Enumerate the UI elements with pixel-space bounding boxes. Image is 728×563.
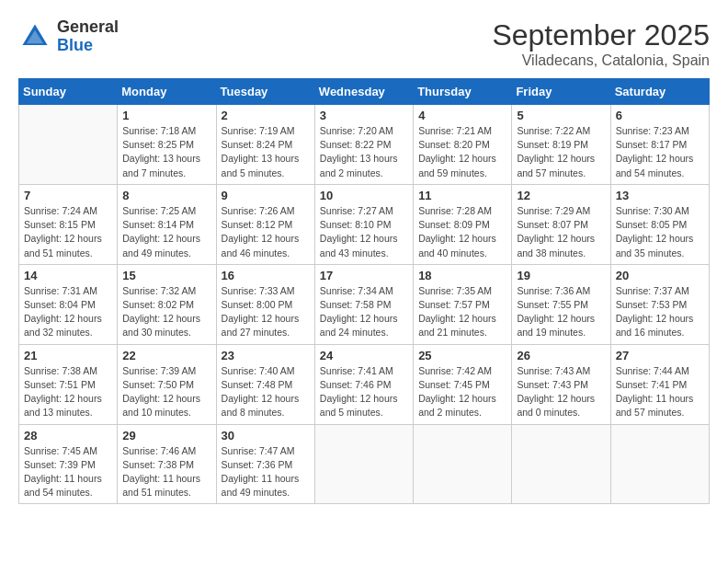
logo-blue: Blue bbox=[57, 37, 119, 55]
day-info: Sunrise: 7:36 AMSunset: 7:55 PMDaylight:… bbox=[517, 284, 605, 340]
day-number: 21 bbox=[24, 349, 112, 362]
calendar-cell bbox=[314, 424, 413, 504]
calendar-week-row: 28Sunrise: 7:45 AMSunset: 7:39 PMDayligh… bbox=[19, 424, 710, 504]
calendar-week-row: 7Sunrise: 7:24 AMSunset: 8:15 PMDaylight… bbox=[19, 184, 710, 264]
calendar-cell: 16Sunrise: 7:33 AMSunset: 8:00 PMDayligh… bbox=[216, 264, 314, 344]
day-info: Sunrise: 7:45 AMSunset: 7:39 PMDaylight:… bbox=[24, 444, 112, 500]
calendar-cell: 18Sunrise: 7:35 AMSunset: 7:57 PMDayligh… bbox=[414, 264, 512, 344]
calendar-cell: 14Sunrise: 7:31 AMSunset: 8:04 PMDayligh… bbox=[19, 264, 118, 344]
day-info: Sunrise: 7:42 AMSunset: 7:45 PMDaylight:… bbox=[418, 364, 506, 420]
day-info: Sunrise: 7:28 AMSunset: 8:09 PMDaylight:… bbox=[418, 204, 506, 260]
calendar-week-row: 21Sunrise: 7:38 AMSunset: 7:51 PMDayligh… bbox=[19, 344, 710, 424]
day-number: 17 bbox=[320, 269, 408, 282]
day-info: Sunrise: 7:25 AMSunset: 8:14 PMDaylight:… bbox=[122, 204, 210, 260]
calendar-cell: 13Sunrise: 7:30 AMSunset: 8:05 PMDayligh… bbox=[610, 184, 709, 264]
day-number: 30 bbox=[222, 429, 310, 442]
day-number: 15 bbox=[122, 269, 210, 282]
day-info: Sunrise: 7:32 AMSunset: 8:02 PMDaylight:… bbox=[122, 284, 210, 340]
day-info: Sunrise: 7:43 AMSunset: 7:43 PMDaylight:… bbox=[517, 364, 605, 420]
day-number: 23 bbox=[222, 349, 310, 362]
calendar-cell: 8Sunrise: 7:25 AMSunset: 8:14 PMDaylight… bbox=[118, 184, 216, 264]
logo-general: General bbox=[57, 18, 119, 37]
day-header-friday: Friday bbox=[512, 79, 610, 105]
calendar-cell: 21Sunrise: 7:38 AMSunset: 7:51 PMDayligh… bbox=[19, 344, 118, 424]
calendar-week-row: 14Sunrise: 7:31 AMSunset: 8:04 PMDayligh… bbox=[19, 264, 710, 344]
day-number: 22 bbox=[122, 349, 210, 362]
day-number: 11 bbox=[418, 189, 506, 202]
calendar-cell: 17Sunrise: 7:34 AMSunset: 7:58 PMDayligh… bbox=[314, 264, 413, 344]
day-header-monday: Monday bbox=[118, 79, 216, 105]
calendar-cell: 22Sunrise: 7:39 AMSunset: 7:50 PMDayligh… bbox=[118, 344, 216, 424]
day-number: 7 bbox=[24, 189, 112, 202]
calendar-cell: 3Sunrise: 7:20 AMSunset: 8:22 PMDaylight… bbox=[314, 105, 413, 185]
day-header-saturday: Saturday bbox=[610, 79, 709, 105]
day-info: Sunrise: 7:26 AMSunset: 8:12 PMDaylight:… bbox=[222, 204, 310, 260]
calendar-cell bbox=[19, 105, 118, 185]
calendar-cell: 2Sunrise: 7:19 AMSunset: 8:24 PMDaylight… bbox=[216, 105, 314, 185]
day-number: 19 bbox=[517, 269, 605, 282]
calendar-cell: 23Sunrise: 7:40 AMSunset: 7:48 PMDayligh… bbox=[216, 344, 314, 424]
day-info: Sunrise: 7:30 AMSunset: 8:05 PMDaylight:… bbox=[616, 204, 704, 260]
day-number: 18 bbox=[418, 269, 506, 282]
day-number: 13 bbox=[616, 189, 704, 202]
calendar-cell: 29Sunrise: 7:46 AMSunset: 7:38 PMDayligh… bbox=[118, 424, 216, 504]
day-number: 1 bbox=[122, 109, 210, 122]
day-info: Sunrise: 7:22 AMSunset: 8:19 PMDaylight:… bbox=[517, 124, 605, 180]
day-number: 27 bbox=[616, 349, 704, 362]
day-info: Sunrise: 7:35 AMSunset: 7:57 PMDaylight:… bbox=[418, 284, 506, 340]
day-number: 26 bbox=[517, 349, 605, 362]
day-info: Sunrise: 7:47 AMSunset: 7:36 PMDaylight:… bbox=[222, 444, 310, 500]
day-number: 3 bbox=[320, 109, 408, 122]
logo-icon bbox=[18, 20, 51, 53]
day-info: Sunrise: 7:29 AMSunset: 8:07 PMDaylight:… bbox=[517, 204, 605, 260]
calendar-cell: 19Sunrise: 7:36 AMSunset: 7:55 PMDayligh… bbox=[512, 264, 610, 344]
day-number: 29 bbox=[122, 429, 210, 442]
day-number: 8 bbox=[122, 189, 210, 202]
calendar-cell bbox=[414, 424, 512, 504]
logo-text: General Blue bbox=[57, 18, 119, 55]
calendar-cell: 20Sunrise: 7:37 AMSunset: 7:53 PMDayligh… bbox=[610, 264, 709, 344]
day-header-wednesday: Wednesday bbox=[314, 79, 413, 105]
calendar-cell: 9Sunrise: 7:26 AMSunset: 8:12 PMDaylight… bbox=[216, 184, 314, 264]
calendar-cell: 24Sunrise: 7:41 AMSunset: 7:46 PMDayligh… bbox=[314, 344, 413, 424]
calendar-table: SundayMondayTuesdayWednesdayThursdayFrid… bbox=[18, 78, 710, 504]
calendar-cell: 5Sunrise: 7:22 AMSunset: 8:19 PMDaylight… bbox=[512, 105, 610, 185]
calendar-cell bbox=[512, 424, 610, 504]
day-number: 5 bbox=[517, 109, 605, 122]
day-info: Sunrise: 7:41 AMSunset: 7:46 PMDaylight:… bbox=[320, 364, 408, 420]
day-header-tuesday: Tuesday bbox=[216, 79, 314, 105]
day-header-sunday: Sunday bbox=[19, 79, 118, 105]
calendar-cell: 11Sunrise: 7:28 AMSunset: 8:09 PMDayligh… bbox=[414, 184, 512, 264]
day-info: Sunrise: 7:40 AMSunset: 7:48 PMDaylight:… bbox=[222, 364, 310, 420]
day-info: Sunrise: 7:34 AMSunset: 7:58 PMDaylight:… bbox=[320, 284, 408, 340]
calendar-cell: 12Sunrise: 7:29 AMSunset: 8:07 PMDayligh… bbox=[512, 184, 610, 264]
calendar-cell: 6Sunrise: 7:23 AMSunset: 8:17 PMDaylight… bbox=[610, 105, 709, 185]
calendar-cell: 7Sunrise: 7:24 AMSunset: 8:15 PMDaylight… bbox=[19, 184, 118, 264]
day-number: 12 bbox=[517, 189, 605, 202]
calendar-cell: 30Sunrise: 7:47 AMSunset: 7:36 PMDayligh… bbox=[216, 424, 314, 504]
calendar-week-row: 1Sunrise: 7:18 AMSunset: 8:25 PMDaylight… bbox=[19, 105, 710, 185]
day-info: Sunrise: 7:19 AMSunset: 8:24 PMDaylight:… bbox=[222, 124, 310, 180]
day-number: 2 bbox=[222, 109, 310, 122]
day-number: 28 bbox=[24, 429, 112, 442]
day-info: Sunrise: 7:39 AMSunset: 7:50 PMDaylight:… bbox=[122, 364, 210, 420]
month-title: September 2025 bbox=[492, 18, 710, 52]
day-info: Sunrise: 7:21 AMSunset: 8:20 PMDaylight:… bbox=[418, 124, 506, 180]
calendar-cell: 4Sunrise: 7:21 AMSunset: 8:20 PMDaylight… bbox=[414, 105, 512, 185]
day-info: Sunrise: 7:23 AMSunset: 8:17 PMDaylight:… bbox=[616, 124, 704, 180]
location-title: Viladecans, Catalonia, Spain bbox=[492, 52, 710, 69]
calendar-cell: 27Sunrise: 7:44 AMSunset: 7:41 PMDayligh… bbox=[610, 344, 709, 424]
day-info: Sunrise: 7:37 AMSunset: 7:53 PMDaylight:… bbox=[616, 284, 704, 340]
day-number: 20 bbox=[616, 269, 704, 282]
calendar-cell: 15Sunrise: 7:32 AMSunset: 8:02 PMDayligh… bbox=[118, 264, 216, 344]
day-info: Sunrise: 7:33 AMSunset: 8:00 PMDaylight:… bbox=[222, 284, 310, 340]
day-info: Sunrise: 7:46 AMSunset: 7:38 PMDaylight:… bbox=[122, 444, 210, 500]
day-number: 4 bbox=[418, 109, 506, 122]
day-info: Sunrise: 7:20 AMSunset: 8:22 PMDaylight:… bbox=[320, 124, 408, 180]
calendar-cell: 25Sunrise: 7:42 AMSunset: 7:45 PMDayligh… bbox=[414, 344, 512, 424]
title-block: September 2025 Viladecans, Catalonia, Sp… bbox=[492, 18, 710, 69]
calendar-header-row: SundayMondayTuesdayWednesdayThursdayFrid… bbox=[19, 79, 710, 105]
calendar-cell: 1Sunrise: 7:18 AMSunset: 8:25 PMDaylight… bbox=[118, 105, 216, 185]
day-info: Sunrise: 7:27 AMSunset: 8:10 PMDaylight:… bbox=[320, 204, 408, 260]
day-info: Sunrise: 7:44 AMSunset: 7:41 PMDaylight:… bbox=[616, 364, 704, 420]
